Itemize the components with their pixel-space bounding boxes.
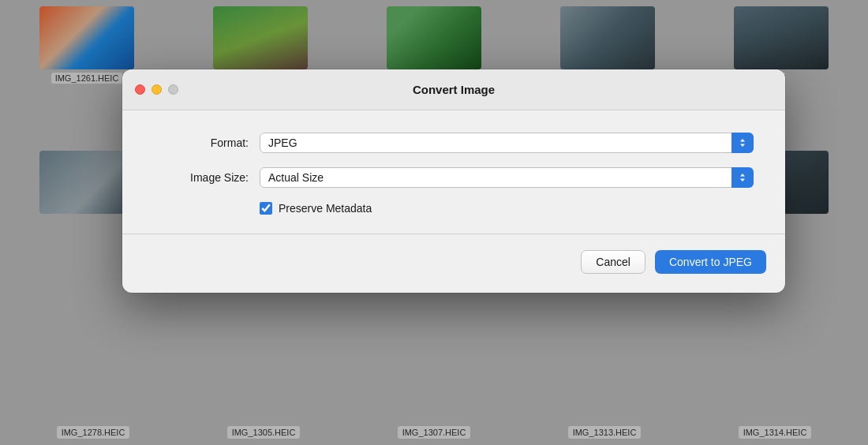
preserve-metadata-row: Preserve Metadata bbox=[260, 202, 754, 215]
format-select-wrapper: JPEG PNG HEIF TIFF BMP PDF bbox=[260, 133, 754, 153]
convert-button[interactable]: Convert to JPEG bbox=[655, 250, 766, 274]
format-select[interactable]: JPEG PNG HEIF TIFF BMP PDF bbox=[260, 133, 754, 153]
minimize-button[interactable] bbox=[152, 84, 162, 95]
image-size-select[interactable]: Actual Size Small Medium Large Custom bbox=[260, 167, 754, 188]
size-select-wrapper: Actual Size Small Medium Large Custom bbox=[260, 167, 754, 188]
format-label: Format: bbox=[154, 136, 249, 149]
dialog-title-bar: Convert Image bbox=[122, 69, 785, 110]
dialog-title: Convert Image bbox=[413, 83, 495, 96]
cancel-button[interactable]: Cancel bbox=[581, 250, 645, 274]
preserve-metadata-checkbox[interactable] bbox=[260, 202, 272, 215]
image-size-label: Image Size: bbox=[154, 171, 249, 184]
close-button[interactable] bbox=[135, 84, 145, 95]
dialog-buttons: Cancel Convert to JPEG bbox=[122, 250, 785, 293]
preserve-metadata-label: Preserve Metadata bbox=[279, 202, 372, 215]
dialog-body: Format: JPEG PNG HEIF TIFF BMP PDF bbox=[122, 110, 785, 215]
window-controls bbox=[135, 84, 178, 95]
convert-image-dialog: Convert Image Format: JPEG PNG HEIF TIFF… bbox=[122, 69, 785, 293]
maximize-button bbox=[168, 84, 178, 95]
format-row: Format: JPEG PNG HEIF TIFF BMP PDF bbox=[154, 133, 754, 153]
image-size-row: Image Size: Actual Size Small Medium Lar… bbox=[154, 167, 754, 188]
dialog-separator bbox=[122, 234, 785, 234]
